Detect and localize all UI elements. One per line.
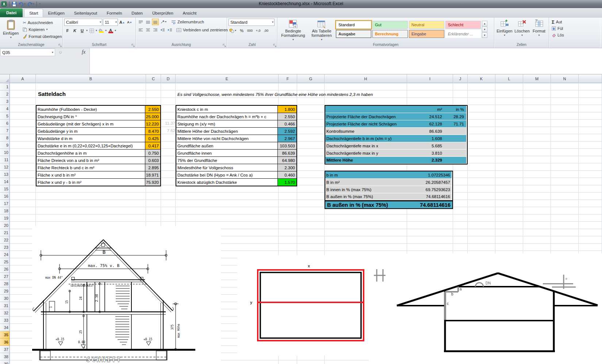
align-left-icon[interactable] <box>137 27 144 33</box>
row-header-28[interactable]: 28 <box>0 280 10 287</box>
column-header-G[interactable]: G <box>297 74 325 83</box>
t3-cell-label[interactable]: Projezierte Fläche der Dachschrägen <box>325 113 407 120</box>
row-header-31[interactable]: 31 <box>0 302 10 309</box>
tab-einfügen[interactable]: Einfügen <box>43 9 69 17</box>
row-header-6[interactable]: 6 <box>0 120 10 127</box>
select-all-corner[interactable] <box>0 74 10 83</box>
t2-cell-label[interactable]: 75% der Grundfläche <box>176 157 278 164</box>
tab-ansicht[interactable]: Ansicht <box>178 9 202 17</box>
side-value-2[interactable]: 7.62 <box>161 127 175 134</box>
row-header-18[interactable]: 18 <box>0 207 10 214</box>
row-header-5[interactable]: 5 <box>0 112 10 120</box>
comma-style-button[interactable]: 000 <box>246 27 253 34</box>
fill-button[interactable]: Fül <box>551 25 599 32</box>
t1-cell-label[interactable]: Fläche x und y - b in m² <box>37 179 145 186</box>
underline-dropdown[interactable]: ▾ <box>86 29 88 32</box>
merge-center-button[interactable]: Verbinden und zentrieren▾ <box>175 27 232 33</box>
t1-cell-label[interactable]: Fläche x und b in m² <box>37 171 145 178</box>
gallery-scroll-up[interactable]: ▲ <box>482 21 487 26</box>
t1-cell-label[interactable]: Dachneigung DN in ° <box>37 113 145 120</box>
orientation-button[interactable]: ▾ <box>160 19 167 25</box>
t3-cell-label[interactable]: Dachschrägentiefe max in y <box>325 150 407 156</box>
t1-cell-label[interactable]: Fläche Rechteck b und c in m² <box>37 164 145 171</box>
t1-cell-label[interactable]: Dachschrägenhöhe a in m <box>37 150 145 156</box>
column-header-A[interactable]: A <box>10 74 36 83</box>
align-bottom-icon[interactable] <box>152 19 159 25</box>
font-color-dropdown[interactable]: ▾ <box>115 29 116 32</box>
dialog-launcher-icon[interactable] <box>58 44 62 47</box>
row-header-19[interactable]: 19 <box>0 214 10 222</box>
column-header-B[interactable]: B <box>36 74 146 83</box>
t1-cell-value[interactable]: 12.220 <box>145 120 160 127</box>
insert-function-button[interactable]: fx <box>82 49 85 55</box>
t2-cell-value[interactable]: 0.466 <box>278 120 296 127</box>
column-header-stub[interactable] <box>579 74 602 83</box>
cut-button[interactable]: ✂Ausschneiden <box>22 19 63 26</box>
side-value-1[interactable]: 11.37 <box>161 120 175 127</box>
fill-color-dropdown[interactable]: ▾ <box>105 29 107 32</box>
row-header-21[interactable]: 21 <box>0 229 10 236</box>
row-header-8[interactable]: 8 <box>0 134 10 142</box>
tab-formeln[interactable]: Formeln <box>102 9 127 17</box>
borders-dropdown[interactable]: ▾ <box>96 29 97 32</box>
t2-cell-label[interactable]: Mittlere Höhe der Dachschrägen <box>176 128 278 135</box>
t1-cell-label[interactable]: Raumhöhe (Fußboden - Decke) <box>37 106 145 113</box>
font-size-select[interactable]: 11▾ <box>103 19 118 26</box>
column-header-M[interactable]: M <box>523 74 551 83</box>
row-header-17[interactable]: 17 <box>0 200 10 207</box>
t3-cell-label[interactable] <box>325 106 407 113</box>
decrease-indent-icon[interactable] <box>159 27 166 33</box>
t3-cell-value[interactable]: 62.128 <box>407 120 452 127</box>
dialog-launcher-icon[interactable] <box>131 44 135 47</box>
t2-cell-label[interactable]: Grundfläche außen <box>176 142 278 149</box>
column-header-K[interactable]: K <box>468 74 495 83</box>
tab-start[interactable]: Start <box>24 9 43 17</box>
t1-cell-label[interactable]: Fläche Dreieck von a und b in m² <box>37 157 145 164</box>
t1-cell-value[interactable]: 8.470 <box>145 128 160 135</box>
style-berechnung[interactable]: Berechnung <box>372 30 408 38</box>
borders-button[interactable] <box>88 27 95 34</box>
shrink-font-button[interactable]: A▼ <box>126 19 133 26</box>
t2-cell-value[interactable]: 86.639 <box>278 150 296 156</box>
t4-cell-label[interactable]: B innen in % (max 75%) <box>325 186 407 193</box>
fill-color-button[interactable] <box>98 27 104 34</box>
t3-cell-pct[interactable]: 28.29 <box>452 113 466 120</box>
row-header-9[interactable]: 9 <box>0 142 10 149</box>
t1-cell-value[interactable]: 2.895 <box>145 164 160 171</box>
style-standard[interactable]: Standard <box>336 21 371 29</box>
tab-überprüfen[interactable]: Überprüfen <box>147 9 178 17</box>
delete-cells-button[interactable]: Löschen▾ <box>513 19 531 42</box>
t3-cell-value[interactable]: 2.329 <box>407 157 452 163</box>
t2-cell-label[interactable]: Grundfläche innen <box>176 150 278 156</box>
t2-cell-value[interactable]: 64.980 <box>278 157 296 164</box>
t2-cell-value[interactable]: 2.592 <box>278 128 296 135</box>
row-header-14[interactable]: 14 <box>0 178 10 185</box>
conditional-formatting-button[interactable]: ≤ Bedingte Formatierung▾ <box>279 19 307 42</box>
t4-cell-label[interactable]: B außen in % (max 75%) <box>325 193 407 200</box>
row-header-13[interactable]: 13 <box>0 171 10 178</box>
row-header-32[interactable]: 32 <box>0 309 10 317</box>
font-color-button[interactable]: A <box>107 27 114 34</box>
t3-cell-value[interactable]: m² <box>407 106 452 113</box>
t2-cell-label[interactable]: Steigung m (x/y =m) <box>176 120 278 127</box>
row-header-38[interactable]: 38 <box>0 353 10 360</box>
format-cells-button[interactable]: Format▾ <box>531 19 547 42</box>
dialog-launcher-icon[interactable] <box>223 44 226 47</box>
column-header-J[interactable]: J <box>453 74 468 83</box>
style-ausgabe[interactable]: Ausgabe <box>336 30 371 38</box>
t1-cell-value[interactable]: 2.550 <box>145 106 160 113</box>
row-header-24[interactable]: 24 <box>0 251 10 258</box>
row-header-29[interactable]: 29 <box>0 287 10 295</box>
gallery-scroll-down[interactable]: ▼ <box>482 27 487 32</box>
column-header-E[interactable]: E <box>176 74 279 83</box>
insert-cells-button[interactable]: Einfügen▾ <box>496 19 513 42</box>
t2-cell-label[interactable]: Dachstärke bei DN (Hypo = Ank / Cos a) <box>176 171 278 178</box>
format-painter-button[interactable]: Format übertragen <box>22 33 63 40</box>
row-header-10[interactable]: 10 <box>0 149 10 156</box>
row-header-16[interactable]: 16 <box>0 193 10 200</box>
t3-cell-pct[interactable]: 71.71 <box>452 120 466 127</box>
row-header-4[interactable]: 4 <box>0 105 10 112</box>
t1-cell-value[interactable]: 0.417 <box>145 142 160 149</box>
t2-cell-value[interactable]: 2.967 <box>278 135 296 142</box>
drawing-schnitt[interactable]: B max. 75% v. B max DN 44° GESCHOSSIGKEI… <box>32 226 221 364</box>
